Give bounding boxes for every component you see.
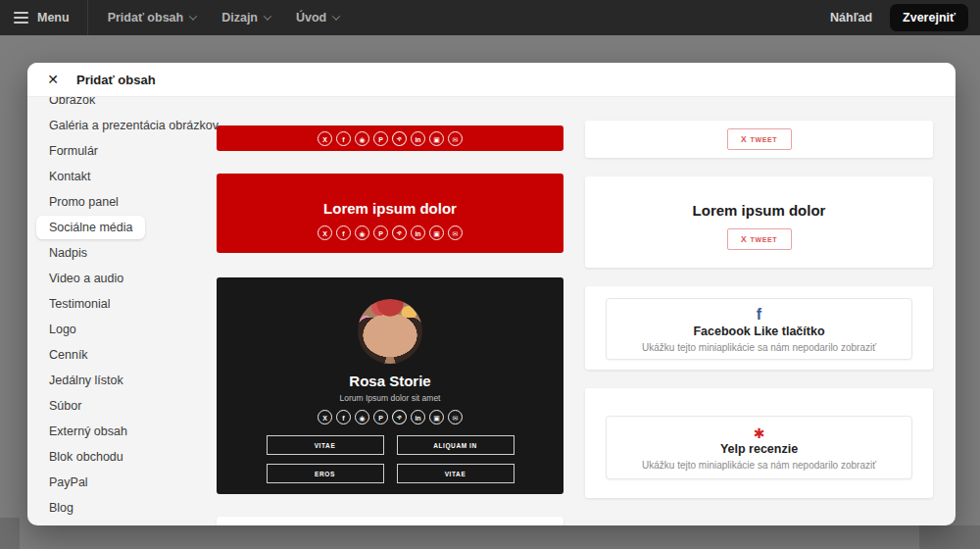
chevron-down-icon — [189, 12, 197, 20]
category-sidebar: Obrázok Galéria a prezentácia obrázkov F… — [27, 87, 216, 525]
profile-button-eros[interactable]: EROS — [267, 464, 384, 483]
preview-yelp-reviews[interactable]: ✱ Yelp recenzie Ukážku tejto miniaplikác… — [585, 388, 933, 498]
youtube-icon: ▣ — [429, 225, 444, 240]
youtube-icon: ▣ — [429, 131, 444, 146]
x-icon: X — [318, 225, 332, 240]
social-icon-row: X f ◉ P » in ▣ ✉ — [217, 225, 564, 240]
tweet-button[interactable]: X TWEET — [727, 228, 792, 250]
preview-tweet-card[interactable]: Lorem ipsum dolor X TWEET — [585, 176, 933, 268]
nav-home-label: Úvod — [296, 11, 326, 25]
nav-design-label: Dizajn — [221, 11, 258, 25]
tweet-button[interactable]: X TWEET — [727, 128, 792, 150]
yelp-widget-title: Yelp recenzie — [607, 442, 911, 456]
preview-tweet-button[interactable]: X TWEET — [585, 121, 933, 158]
pinterest-icon: P — [373, 131, 388, 146]
sidebar-item-blog[interactable]: Blog — [27, 495, 216, 521]
facebook-widget-subtitle: Ukážku tejto miniaplikácie sa nám nepoda… — [607, 342, 911, 353]
pinterest-icon: P — [373, 410, 388, 424]
facebook-widget-box: f Facebook Like tlačítko Ukážku tejto mi… — [606, 298, 912, 360]
tweet-button-label: TWEET — [751, 236, 778, 243]
sidebar-item-nadpis[interactable]: Nadpis — [27, 240, 216, 266]
yelp-widget-subtitle: Ukážku tejto miniaplikácie sa nám nepoda… — [607, 460, 911, 471]
email-icon: ✉ — [448, 131, 463, 146]
profile-button-grid: VITAE ALIQUAM IN EROS VITAE — [267, 435, 514, 483]
x-icon: X — [741, 234, 747, 244]
email-icon: ✉ — [448, 225, 463, 240]
modal-header: ✕ Pridať obsah — [27, 63, 956, 97]
rss-icon: » — [389, 223, 410, 243]
sidebar-item-logo[interactable]: Logo — [27, 317, 216, 342]
nav-design[interactable]: Dizajn — [221, 11, 270, 25]
sidebar-item-kontakt[interactable]: Kontakt — [27, 164, 216, 189]
preview-partial-card[interactable] — [217, 517, 564, 525]
sidebar-item-formular[interactable]: Formulár — [27, 138, 216, 164]
facebook-icon: f — [607, 307, 911, 323]
publish-button[interactable]: Zverejniť — [890, 4, 968, 31]
rss-icon: » — [389, 127, 410, 148]
tweet-button-label: TWEET — [751, 136, 778, 143]
facebook-icon: f — [336, 225, 351, 240]
sidebar-item-externy-obsah[interactable]: Externý obsah — [27, 419, 216, 444]
tweet-card-heading: Lorem ipsum dolor — [585, 202, 933, 219]
sidebar-item-testimonial[interactable]: Testimonial — [27, 291, 216, 317]
top-navigation: Pridať obsah Dizajn Úvod — [88, 11, 340, 25]
pinterest-icon: P — [373, 225, 388, 240]
facebook-icon: f — [336, 410, 351, 424]
sidebar-item-blok-obchodu[interactable]: Blok obchodu — [27, 444, 216, 470]
sidebar-item-subor[interactable]: Súbor — [27, 393, 216, 419]
instagram-icon: ◉ — [355, 410, 369, 424]
facebook-icon: f — [336, 131, 351, 146]
sidebar-item-label: Sociálne média — [36, 216, 145, 239]
chevron-down-icon — [332, 12, 340, 20]
preview-social-banner[interactable]: Lorem ipsum dolor X f ◉ P » in ▣ ✉ — [217, 174, 564, 253]
nav-home[interactable]: Úvod — [296, 11, 339, 25]
preview-facebook-like[interactable]: f Facebook Like tlačítko Ukážku tejto mi… — [585, 286, 933, 370]
profile-button-aliquam[interactable]: ALIQUAM IN — [397, 435, 514, 455]
x-icon: X — [318, 131, 332, 146]
sidebar-item-cennik[interactable]: Cenník — [27, 342, 216, 368]
sidebar-item-video-audio[interactable]: Video a audio — [27, 266, 216, 291]
backdrop-artifact — [0, 518, 20, 549]
sidebar-item-galeria[interactable]: Galéria a prezentácia obrázkov — [27, 113, 216, 138]
social-icon-row: X f ◉ P » in ▣ ✉ — [318, 131, 463, 146]
yelp-widget-box: ✱ Yelp recenzie Ukážku tejto miniaplikác… — [606, 416, 912, 479]
profile-name: Rosa Storie — [217, 373, 564, 389]
linkedin-icon: in — [411, 225, 425, 240]
rss-icon: » — [389, 407, 410, 427]
youtube-icon: ▣ — [429, 410, 444, 424]
yelp-icon: ✱ — [607, 426, 911, 440]
profile-button-vitae-2[interactable]: VITAE — [397, 464, 514, 483]
instagram-icon: ◉ — [355, 225, 369, 240]
profile-subtitle: Lorum Ipsum dolor sit amet — [217, 393, 564, 403]
sidebar-item-promo-panel[interactable]: Promo panel — [27, 189, 216, 215]
preview-profile-card[interactable]: Rosa Storie Lorum Ipsum dolor sit amet X… — [217, 277, 564, 494]
x-icon: X — [741, 134, 747, 144]
add-content-modal: Obrázok Galéria a prezentácia obrázkov F… — [27, 63, 956, 525]
sidebar-item-jedalny-listok[interactable]: Jedálny lístok — [27, 368, 216, 393]
nav-add-content[interactable]: Pridať obsah — [108, 11, 197, 25]
linkedin-icon: in — [411, 131, 425, 146]
hamburger-icon — [14, 12, 28, 24]
social-icon-row: X f ◉ P » in ▣ ✉ — [217, 410, 564, 424]
linkedin-icon: in — [411, 410, 425, 424]
x-icon: X — [318, 410, 332, 424]
preview-link[interactable]: Náhľad — [830, 11, 872, 25]
avatar — [358, 299, 422, 364]
backdrop-artifact — [919, 525, 980, 549]
nav-add-content-label: Pridať obsah — [108, 11, 184, 25]
menu-button[interactable]: Menu — [0, 0, 88, 35]
sidebar-item-paypal[interactable]: PayPal — [27, 470, 216, 495]
banner-heading: Lorem ipsum dolor — [217, 200, 564, 217]
topbar: Menu Pridať obsah Dizajn Úvod Náhľad Zve… — [0, 0, 980, 35]
chevron-down-icon — [264, 12, 271, 20]
menu-label: Menu — [37, 11, 70, 25]
email-icon: ✉ — [448, 410, 463, 424]
modal-title: Pridať obsah — [76, 73, 156, 87]
facebook-widget-title: Facebook Like tlačítko — [607, 324, 911, 338]
preview-social-icon-bar[interactable]: X f ◉ P » in ▣ ✉ — [217, 125, 564, 151]
instagram-icon: ◉ — [355, 131, 369, 146]
close-icon[interactable]: ✕ — [43, 72, 63, 87]
profile-button-vitae-1[interactable]: VITAE — [267, 435, 384, 455]
sidebar-item-socialne-media[interactable]: Sociálne média — [27, 215, 216, 240]
